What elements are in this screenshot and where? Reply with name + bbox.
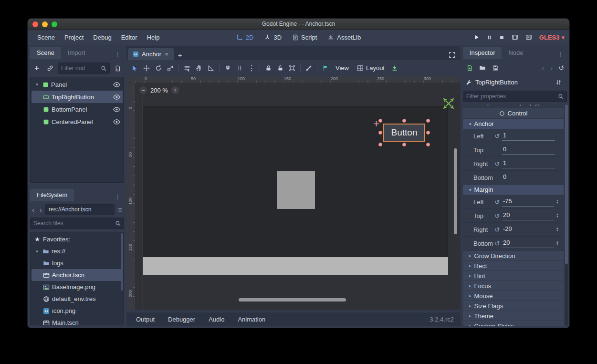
- fs-row-anchor-tscn[interactable]: Anchor.tscn: [31, 269, 123, 281]
- dock-menu-icon[interactable]: ⋮: [111, 50, 124, 59]
- menu-editor[interactable]: Editor: [116, 31, 142, 43]
- property-value[interactable]: -20: [502, 225, 554, 234]
- section-margin[interactable]: ▾ Margin: [463, 185, 564, 195]
- unlock-object-button[interactable]: [274, 62, 286, 74]
- tree-row-toprightbutton[interactable]: TopRightButton: [31, 91, 123, 103]
- nav-back-button[interactable]: ‹: [30, 206, 36, 214]
- tree-row-centeredpanel[interactable]: CenteredPanel: [31, 115, 123, 128]
- renderer-dropdown[interactable]: GLES3 ▾: [539, 34, 565, 41]
- property-value[interactable]: [empty]: [519, 104, 540, 106]
- move-tool-button[interactable]: [141, 62, 152, 74]
- tree-row-panel[interactable]: ▾ Panel: [31, 78, 123, 91]
- selection-handle[interactable]: [402, 119, 406, 123]
- fs-row-default-env[interactable]: default_env.tres: [31, 293, 123, 305]
- vertical-scrollbar[interactable]: [454, 148, 457, 234]
- list-select-tool-button[interactable]: [181, 62, 193, 74]
- update-spinner-button[interactable]: [389, 62, 400, 74]
- menu-project[interactable]: Project: [60, 31, 88, 43]
- view-menu-button[interactable]: View: [332, 63, 353, 73]
- 2d-canvas[interactable]: Button: [135, 83, 461, 310]
- split-mode-icon[interactable]: ≡: [116, 206, 124, 214]
- button-node[interactable]: Button: [383, 124, 425, 142]
- selection-handle[interactable]: [378, 119, 382, 123]
- fs-row-root[interactable]: ▾ res://: [31, 245, 123, 257]
- expander-icon[interactable]: ▾: [34, 82, 40, 87]
- menu-debug[interactable]: Debug: [88, 31, 116, 43]
- visibility-eye-icon[interactable]: [113, 81, 120, 88]
- visibility-eye-icon[interactable]: [113, 94, 120, 101]
- menu-scene[interactable]: Scene: [32, 31, 60, 43]
- selection-handle[interactable]: [426, 119, 430, 123]
- pause-button[interactable]: [487, 35, 492, 40]
- section-focus[interactable]: ▸ Focus: [463, 281, 564, 291]
- revert-icon[interactable]: ↺: [492, 160, 502, 167]
- fs-row-icon-png[interactable]: icon.png: [31, 305, 123, 317]
- filesystem-search-input[interactable]: [33, 220, 113, 227]
- tab-import[interactable]: Import: [61, 47, 92, 59]
- selection-handle[interactable]: [426, 143, 430, 146]
- history-icon[interactable]: ↺: [556, 64, 566, 72]
- mode-2d-button[interactable]: 2D: [236, 34, 254, 41]
- property-value[interactable]: 1: [502, 159, 555, 168]
- group-object-button[interactable]: [286, 62, 298, 74]
- centered-panel-node[interactable]: [277, 171, 315, 209]
- selection-handle[interactable]: [378, 143, 382, 146]
- section-custom-styles[interactable]: ▸ Custom Styles: [463, 321, 564, 326]
- mode-3d-button[interactable]: 3D: [264, 34, 282, 41]
- tab-filesystem[interactable]: FileSystem: [30, 189, 74, 201]
- section-rect[interactable]: ▸ Rect: [463, 261, 564, 270]
- revert-icon[interactable]: ↺: [492, 226, 502, 233]
- new-scene-tab-button[interactable]: +: [174, 50, 187, 60]
- fs-row-favorites[interactable]: ★ Favorites:: [31, 233, 123, 245]
- scrollbar-thumb[interactable]: [565, 104, 568, 264]
- pan-tool-button[interactable]: [193, 62, 205, 74]
- filesystem-scrollbar[interactable]: [121, 233, 123, 291]
- scene-tab-anchor[interactable]: Anchor ×: [128, 48, 174, 60]
- extra-resource-options-button[interactable]: [553, 76, 564, 88]
- new-resource-button[interactable]: [464, 62, 475, 73]
- expander-icon[interactable]: ▾: [34, 249, 40, 254]
- layout-menu-button[interactable]: Layout: [353, 63, 388, 73]
- section-hint[interactable]: ▸ Hint: [463, 271, 564, 281]
- tree-row-bottompanel[interactable]: BottomPanel: [31, 103, 123, 115]
- mode-script-button[interactable]: Script: [292, 34, 317, 41]
- spinner-stepper[interactable]: ▲▼: [554, 213, 561, 218]
- property-value[interactable]: 1: [502, 132, 555, 141]
- section-size-flags[interactable]: ▸ Size Flags: [463, 301, 564, 311]
- bottom-tab-animation[interactable]: Animation: [232, 314, 271, 325]
- tab-node[interactable]: Node: [502, 47, 530, 59]
- property-value[interactable]: 20: [502, 211, 554, 220]
- anchor-gizmo-icon[interactable]: [442, 97, 455, 112]
- zoom-window-button[interactable]: [52, 21, 57, 27]
- revert-icon[interactable]: ↺: [492, 212, 502, 219]
- smart-snap-button[interactable]: [222, 62, 233, 74]
- revert-icon[interactable]: ↺: [492, 133, 502, 140]
- add-node-button[interactable]: +: [31, 62, 42, 74]
- horizontal-scrollbar[interactable]: [239, 298, 346, 302]
- menu-help[interactable]: Help: [142, 31, 165, 43]
- inspector-filter-input[interactable]: [466, 93, 555, 100]
- section-grow-direction[interactable]: ▸ Grow Direction: [463, 251, 564, 260]
- property-value[interactable]: 20: [502, 239, 554, 248]
- history-forward-icon[interactable]: ›: [548, 64, 555, 72]
- bottom-tab-debugger[interactable]: Debugger: [162, 314, 201, 325]
- filesystem-path[interactable]: res://Anchor.tscn: [45, 204, 115, 215]
- history-back-icon[interactable]: ‹: [539, 64, 546, 72]
- visibility-eye-icon[interactable]: [113, 118, 120, 125]
- bottom-tab-audio[interactable]: Audio: [203, 314, 230, 325]
- spinner-stepper[interactable]: ▲▼: [554, 241, 561, 246]
- instance-scene-button[interactable]: [44, 62, 56, 74]
- bottom-tab-output[interactable]: Output: [130, 314, 160, 325]
- nav-forward-button[interactable]: ›: [38, 206, 44, 214]
- select-tool-button[interactable]: [129, 62, 140, 74]
- lock-object-button[interactable]: [262, 62, 274, 74]
- grid-snap-button[interactable]: [234, 62, 245, 74]
- section-mouse[interactable]: ▸ Mouse: [463, 291, 564, 301]
- property-value[interactable]: 0: [502, 146, 555, 155]
- mode-assetlib-button[interactable]: AssetLib: [327, 34, 361, 41]
- inspector-scrollbar[interactable]: [565, 104, 568, 325]
- fs-row-baseimage-png[interactable]: BaseImage.png: [31, 281, 123, 293]
- selection-handle[interactable]: [402, 143, 406, 146]
- save-resource-button[interactable]: [490, 62, 501, 73]
- spinner-stepper[interactable]: ▲▼: [554, 227, 561, 232]
